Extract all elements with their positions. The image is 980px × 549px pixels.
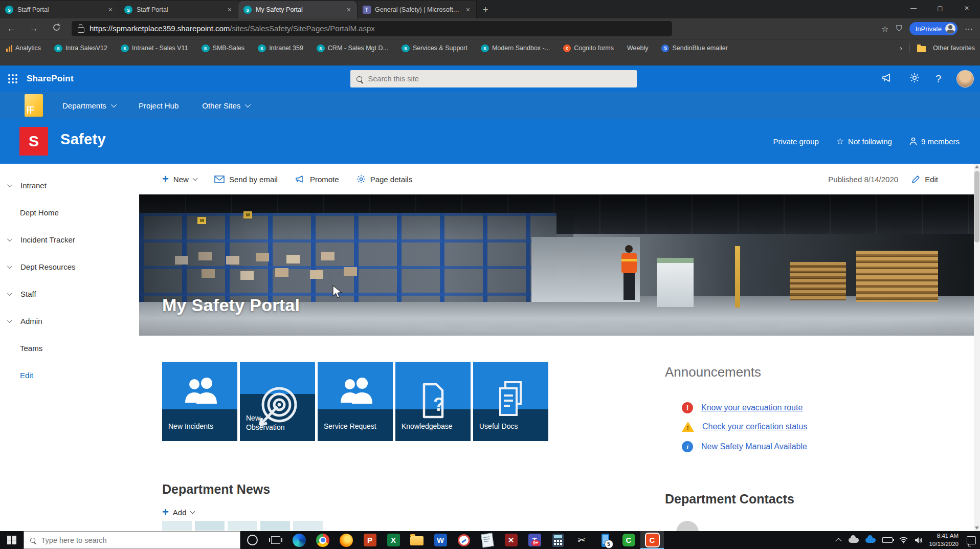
tab-staff-portal-2[interactable]: Staff Portal × — [119, 1, 238, 18]
user-avatar[interactable] — [956, 70, 974, 87]
back-icon[interactable]: ← — [0, 24, 23, 34]
follow-button[interactable]: ☆ Not following — [836, 136, 892, 147]
megaphone-icon[interactable] — [881, 73, 894, 85]
scroll-up-icon[interactable] — [975, 165, 979, 168]
tab-close-icon[interactable]: × — [346, 6, 352, 14]
send-by-email-button[interactable]: Send by email — [214, 175, 278, 184]
vertical-scrollbar[interactable] — [974, 164, 980, 531]
bookmarks-overflow-chevron-icon[interactable]: › — [900, 44, 902, 52]
onedrive-icon[interactable] — [849, 538, 859, 543]
start-button[interactable] — [0, 531, 24, 549]
snagit-app[interactable] — [452, 531, 476, 549]
scrollbar-thumb[interactable] — [974, 171, 979, 243]
taskbar-clock[interactable]: 8:41 AM 10/13/2020 — [929, 532, 959, 548]
tile-new-observation[interactable]: New Observation — [240, 362, 315, 441]
browser-menu-icon[interactable]: ⋯ — [965, 24, 973, 34]
bookmark-weebly[interactable]: Weebly — [627, 42, 648, 54]
announcement-link[interactable]: Check your cerfication status — [702, 422, 807, 431]
camtasia-app[interactable]: C — [617, 531, 640, 549]
nav-project-hub[interactable]: Project Hub — [139, 101, 179, 110]
bookmark-crm-sales-mgt[interactable]: CRM - Sales Mgt D... — [317, 42, 388, 54]
url-field[interactable]: https://spmarketplace359.sharepoint.com/… — [72, 21, 672, 36]
powerpoint-app[interactable]: P — [358, 531, 382, 549]
site-search-input[interactable] — [367, 74, 631, 83]
tab-my-safety-portal[interactable]: My Safety Portal × — [238, 1, 358, 18]
onedrive-cloud-icon[interactable] — [865, 538, 876, 543]
edge-app[interactable] — [287, 531, 311, 549]
bookmark-intranet-sales-v11[interactable]: Intranet - Sales V11 — [121, 42, 188, 54]
hub-site-logo[interactable] — [25, 94, 43, 117]
file-explorer-app[interactable] — [405, 531, 429, 549]
tab-close-icon[interactable]: × — [107, 6, 114, 14]
tools-app[interactable]: ✕ — [499, 531, 523, 549]
page-details-button[interactable]: Page details — [357, 174, 413, 184]
bookmark-analytics[interactable]: Analytics — [6, 42, 41, 54]
close-button[interactable]: ✕ — [953, 0, 980, 16]
cortana-button[interactable] — [240, 531, 264, 549]
sidebar-item-teams[interactable]: Teams — [0, 335, 139, 362]
sidebar-item-dept-home[interactable]: Dept Home — [0, 199, 139, 226]
settings-gear-icon[interactable] — [909, 72, 920, 85]
bookmark-intranet-359[interactable]: Intranet 359 — [258, 42, 303, 54]
sidebar-item-staff[interactable]: Staff — [0, 280, 139, 308]
camtasia-recorder-app[interactable]: C — [640, 531, 664, 549]
sharepoint-brand[interactable]: SharePoint — [27, 74, 74, 84]
new-tab-button[interactable]: + — [477, 1, 495, 18]
refresh-icon[interactable] — [45, 23, 68, 34]
bookmark-smb-sales[interactable]: SMB-Sales — [202, 42, 245, 54]
site-search-box[interactable] — [350, 70, 637, 87]
announcement-link[interactable]: Know your evacuation route — [701, 403, 803, 412]
tab-staff-portal-1[interactable]: Staff Portal × — [0, 1, 119, 18]
your-phone-app[interactable]: 5 — [593, 531, 617, 549]
notepad-app[interactable] — [476, 531, 499, 549]
speaker-icon[interactable] — [915, 537, 922, 544]
maximize-button[interactable]: ▢ — [927, 0, 953, 16]
sidebar-item-edit[interactable]: Edit — [0, 362, 139, 389]
new-button[interactable]: + New — [162, 173, 197, 185]
announcement-link[interactable]: New Safety Manual Available — [701, 442, 807, 451]
tile-knowledgebase[interactable]: ? Knowledgebase — [395, 362, 471, 441]
sidebar-item-intranet[interactable]: Intranet — [0, 172, 139, 199]
add-news-button[interactable]: + Add — [162, 507, 194, 518]
add-favorite-star-icon[interactable]: ☆ — [881, 24, 888, 34]
sidebar-item-admin[interactable]: Admin — [0, 308, 139, 335]
favorites-list-icon[interactable]: ⛉ — [896, 24, 902, 33]
sidebar-item-incident-tracker[interactable]: Incident Tracker — [0, 226, 139, 253]
tab-close-icon[interactable]: × — [465, 6, 471, 14]
help-icon[interactable]: ? — [936, 73, 941, 85]
word-app[interactable]: W — [429, 531, 452, 549]
app-launcher-icon[interactable] — [8, 74, 17, 83]
action-center-icon[interactable] — [967, 536, 976, 544]
minimize-button[interactable]: — — [900, 0, 927, 16]
tile-service-request[interactable]: Service Request — [318, 362, 393, 441]
snipping-app[interactable]: ✂ — [570, 531, 593, 549]
bookmark-services-support[interactable]: Services & Support — [402, 42, 467, 54]
tile-new-incidents[interactable]: New Incidents — [162, 362, 237, 441]
bookmark-sendinblue[interactable]: SendinBlue emailer — [661, 42, 727, 54]
members-button[interactable]: 9 members — [909, 137, 960, 146]
wifi-icon[interactable] — [899, 537, 908, 543]
site-title[interactable]: Safety — [60, 131, 106, 148]
taskbar-search-input[interactable] — [40, 536, 234, 545]
site-logo[interactable]: S — [19, 127, 48, 156]
tab-close-icon[interactable]: × — [227, 6, 233, 14]
inprivate-badge[interactable]: InPrivate — [909, 22, 957, 35]
bookmark-cognito-forms[interactable]: Cognito forms — [563, 42, 614, 54]
task-view-button[interactable] — [264, 531, 287, 549]
nav-departments[interactable]: Departments — [62, 101, 115, 110]
hidden-icons-chevron-icon[interactable] — [835, 538, 842, 544]
calculator-app[interactable] — [546, 531, 570, 549]
forward-icon[interactable]: → — [23, 24, 45, 34]
scroll-down-icon[interactable] — [975, 526, 979, 530]
bookmark-intra-salesv12[interactable]: Intra SalesV12 — [54, 42, 107, 54]
bookmark-modern-sandbox[interactable]: Modern Sandbox -... — [481, 42, 550, 54]
edit-button[interactable]: Edit — [911, 175, 938, 184]
tab-teams-general[interactable]: General (Safety) | Microsoft Team × — [358, 1, 477, 18]
promote-button[interactable]: Promote — [295, 175, 339, 184]
excel-app[interactable]: X — [382, 531, 405, 549]
battery-icon[interactable] — [882, 537, 893, 543]
sidebar-item-dept-resources[interactable]: Dept Resources — [0, 253, 139, 280]
tile-useful-docs[interactable]: Useful Docs — [473, 362, 548, 441]
taskbar-search-box[interactable] — [24, 531, 240, 549]
other-favorites-label[interactable]: Other favorites — [933, 45, 975, 52]
